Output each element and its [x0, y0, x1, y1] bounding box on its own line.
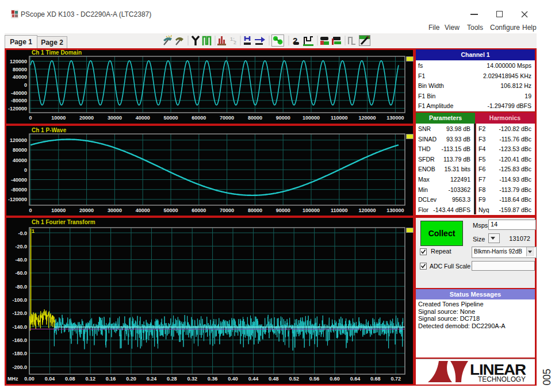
svg-text:TECHNOLOGY: TECHNOLOGY	[478, 375, 526, 383]
